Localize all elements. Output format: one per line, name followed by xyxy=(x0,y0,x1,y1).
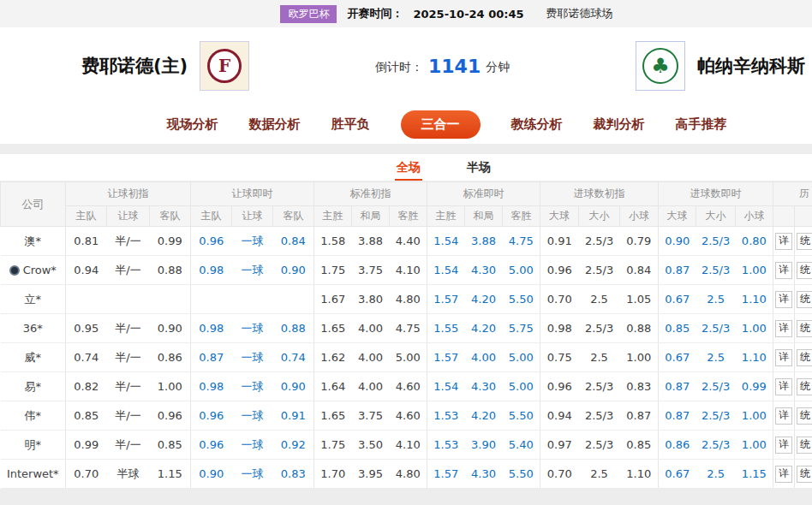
odds-cell: 4.80 xyxy=(390,460,427,489)
table-row: Crow*0.94半/一0.880.98一球0.901.753.754.101.… xyxy=(1,256,812,285)
detail-cell: 详 xyxy=(773,343,795,372)
nav-tab[interactable]: 现场分析 xyxy=(167,116,218,133)
separator-strip xyxy=(0,144,812,154)
group-header: 让球即时 xyxy=(191,182,314,206)
odds-cell: 1.67 xyxy=(314,285,352,314)
detail-cell: 详 xyxy=(773,314,795,343)
odds-cell: 1.05 xyxy=(620,285,659,314)
odds-cell: 4.00 xyxy=(352,343,390,372)
odds-cell: 1.75 xyxy=(314,431,352,460)
company-name: 明* xyxy=(25,438,42,451)
odds-cell: 0.83 xyxy=(273,460,314,489)
odds-cell: 0.94 xyxy=(540,401,579,431)
odds-cell: 0.96 xyxy=(191,431,232,460)
odds-cell: 1.65 xyxy=(314,401,352,431)
odds-cell: 5.75 xyxy=(503,314,540,343)
nav-tab[interactable]: 数据分析 xyxy=(249,116,301,133)
company-name: 易* xyxy=(25,380,42,393)
odds-cell: 1.65 xyxy=(314,314,352,343)
crow-crest-icon xyxy=(9,265,20,276)
nav-tab[interactable]: 胜平负 xyxy=(331,116,370,133)
table-row: 威*0.74半/一0.860.87一球0.741.624.005.001.574… xyxy=(1,343,812,372)
detail-cell: 详 xyxy=(773,285,795,314)
odds-cell: 0.96 xyxy=(191,401,232,431)
detail-button[interactable]: 详 xyxy=(775,378,792,395)
period-tab[interactable]: 半场 xyxy=(465,157,493,181)
nav-tab[interactable]: 裁判分析 xyxy=(594,116,645,133)
odds-cell: 1.00 xyxy=(736,256,773,285)
odds-cell: 3.75 xyxy=(352,256,390,285)
odds-cell: 1.54 xyxy=(427,227,465,256)
odds-cell: 0.88 xyxy=(150,256,191,285)
nav-tab[interactable]: 教练分析 xyxy=(511,116,563,133)
odds-cell: 4.00 xyxy=(352,314,390,343)
sub-header: 大球 xyxy=(659,206,696,227)
detail-button[interactable]: 详 xyxy=(775,349,792,366)
nav-tab[interactable]: 高手推荐 xyxy=(676,116,727,133)
odds-cell: 0.75 xyxy=(540,343,579,372)
detail-button[interactable]: 详 xyxy=(775,437,792,454)
nav-tabs: 现场分析数据分析胜平负三合一教练分析裁判分析高手推荐 xyxy=(0,104,812,144)
odds-cell: 5.00 xyxy=(503,256,540,285)
odds-cell: 2.5/3 xyxy=(579,256,620,285)
start-time-value: 2025-10-24 00:45 xyxy=(413,8,523,21)
group-header: 标准初指 xyxy=(314,182,427,206)
odds-cell xyxy=(66,285,107,314)
odds-cell: 4.75 xyxy=(503,227,540,256)
odds-cell: 一球 xyxy=(232,401,273,431)
group-header: 进球数初指 xyxy=(540,182,659,206)
group-header: 让球初指 xyxy=(66,182,191,206)
venue-name: 费耶诺德球场 xyxy=(546,6,613,21)
stats-button[interactable]: 统 xyxy=(797,233,812,250)
page: 欧罗巴杯 开赛时间： 2025-10-24 00:45 费耶诺德球场 费耶诺德(… xyxy=(0,0,812,505)
detail-cell: 详 xyxy=(773,460,795,489)
away-team-logo: ♣ xyxy=(636,41,685,91)
company-cell: 伟* xyxy=(1,401,66,431)
stats-button[interactable]: 统 xyxy=(797,407,812,425)
odds-cell xyxy=(273,285,314,314)
table-row: 易*0.82半/一1.000.98一球0.901.644.004.601.544… xyxy=(1,372,812,401)
start-time-label: 开赛时间： xyxy=(347,6,403,21)
detail-button[interactable]: 详 xyxy=(775,291,792,308)
sub-header: 让球 xyxy=(107,206,150,227)
sub-header: 大球 xyxy=(540,206,579,227)
stats-cell: 统 xyxy=(795,285,812,314)
detail-button[interactable]: 详 xyxy=(775,320,792,337)
odds-cell: 0.87 xyxy=(659,256,696,285)
odds-cell: 2.5/3 xyxy=(696,372,736,401)
stats-button[interactable]: 统 xyxy=(797,437,812,454)
stats-button[interactable]: 统 xyxy=(797,466,812,483)
odds-cell: 0.98 xyxy=(540,314,579,343)
stats-button[interactable]: 统 xyxy=(797,349,812,366)
odds-cell: 2.5/3 xyxy=(696,314,736,343)
stats-button[interactable]: 统 xyxy=(797,291,812,308)
detail-button[interactable]: 详 xyxy=(775,262,792,279)
nav-tab[interactable]: 三合一 xyxy=(401,110,481,139)
odds-cell: 0.90 xyxy=(273,256,314,285)
odds-cell: 2.5 xyxy=(696,285,736,314)
odds-cell: 0.86 xyxy=(659,431,696,460)
away-team: ♣ 帕纳辛纳科斯 xyxy=(636,41,805,91)
company-cell: Interwet* xyxy=(1,460,66,489)
odds-cell: 半/一 xyxy=(107,401,150,431)
odds-cell: 2.5 xyxy=(696,460,736,489)
company-name: 伟* xyxy=(25,409,42,422)
period-tab[interactable]: 全场 xyxy=(395,157,422,181)
detail-button[interactable]: 详 xyxy=(775,407,792,425)
countdown-unit: 分钟 xyxy=(486,60,510,74)
company-name: 澳* xyxy=(25,235,42,247)
company-cell: Crow* xyxy=(1,256,66,285)
odds-cell: 4.20 xyxy=(465,401,503,431)
detail-button[interactable]: 详 xyxy=(775,466,792,483)
odds-cell: 2.5 xyxy=(579,285,620,314)
odds-cell: 0.99 xyxy=(736,372,773,401)
odds-cell: 0.70 xyxy=(540,285,579,314)
company-cell: 澳* xyxy=(1,227,66,256)
stats-button[interactable]: 统 xyxy=(797,320,812,337)
odds-cell: 0.96 xyxy=(540,256,579,285)
detail-button[interactable]: 详 xyxy=(775,233,792,250)
stats-cell: 统 xyxy=(795,460,812,489)
odds-cell: 1.53 xyxy=(427,431,465,460)
stats-button[interactable]: 统 xyxy=(797,262,812,279)
stats-button[interactable]: 统 xyxy=(797,378,812,395)
